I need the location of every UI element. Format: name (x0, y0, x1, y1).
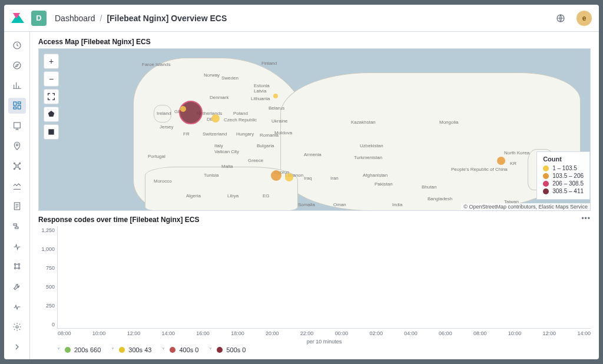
x-tick: 10:00 (508, 330, 522, 336)
nav-uptime-icon[interactable] (8, 239, 26, 254)
panel-options-icon[interactable]: ••• (581, 214, 591, 223)
svg-point-2 (14, 62, 21, 69)
map-background (39, 49, 590, 210)
x-tick: 08:00 (58, 330, 71, 336)
map-hotspot[interactable] (285, 173, 293, 181)
x-tick: 12:00 (543, 330, 556, 336)
nav-ml-icon[interactable] (8, 158, 26, 174)
map-legend-row[interactable]: 206 – 308.5 (543, 180, 584, 187)
user-avatar[interactable]: e (577, 11, 592, 26)
map-hotspot[interactable] (179, 101, 203, 124)
nav-discover-icon[interactable] (8, 58, 26, 73)
legend-dot-icon (217, 347, 223, 353)
nav-apm-icon[interactable] (8, 219, 26, 234)
map-hotspot[interactable] (180, 106, 186, 112)
legend-dot-icon (543, 181, 549, 187)
nav-metrics-icon[interactable] (8, 178, 26, 194)
legend-item-400s[interactable]: 400s 0 (162, 346, 198, 353)
legend-item-500s[interactable]: 500s 0 (209, 346, 246, 353)
nav-canvas-icon[interactable] (8, 118, 26, 134)
map-legend-title: Count (543, 155, 584, 163)
chart-plot[interactable]: 08:0010:0012:0014:0016:0018:0020:0022:00… (57, 226, 591, 329)
space-selector[interactable]: D (31, 11, 47, 26)
legend-label: 206 – 308.5 (552, 180, 584, 187)
x-tick: 16:00 (196, 330, 210, 336)
x-tick: 06:00 (439, 330, 452, 336)
svg-rect-4 (18, 102, 21, 104)
chart-x-axis: 08:0010:0012:0014:0016:0018:0020:0022:00… (58, 330, 591, 336)
x-tick: 18:00 (231, 330, 244, 336)
map-rectangle-tool[interactable] (44, 124, 59, 140)
svg-point-18 (18, 264, 20, 266)
map-attribution: © OpenStreetMap contributors, Elastic Ma… (461, 203, 590, 210)
legend-dot-icon (170, 347, 175, 353)
nav-siem-icon[interactable] (8, 259, 26, 274)
legend-label: 400s 0 (179, 346, 198, 353)
map-legend-row[interactable]: 308.5 – 411 (543, 188, 584, 194)
nav-logs-icon[interactable] (8, 198, 26, 214)
chart-panel-title: Response codes over time [Filebeat Nginx… (38, 216, 591, 224)
y-tick: 1,000 (41, 246, 55, 252)
nav-management-icon[interactable] (8, 319, 26, 335)
x-tick: 12:00 (127, 330, 141, 336)
svg-rect-3 (14, 102, 16, 105)
svg-rect-22 (48, 129, 54, 134)
x-tick: 14:00 (161, 330, 175, 336)
header: D Dashboard / [Filebeat Nginx] Overview … (4, 5, 599, 32)
chart-x-title: per 10 minutes (307, 339, 342, 345)
nav-recent-icon[interactable] (8, 38, 26, 53)
map-hotspot[interactable] (211, 114, 220, 123)
legend-item-300s[interactable]: 300s 43 (111, 346, 151, 353)
access-map[interactable]: Faroe IslandsFinlandNorwaySwedenEstoniaL… (38, 48, 591, 211)
svg-rect-16 (15, 227, 18, 229)
map-legend: Count 1 – 103.5103.5 – 206206 – 308.5308… (536, 151, 590, 200)
map-panel-title: Access Map [Filebeat Nginx] ECS (38, 38, 591, 46)
legend-dot-icon (543, 166, 549, 171)
svg-point-8 (16, 144, 18, 145)
nav-monitoring-icon[interactable] (8, 299, 26, 315)
newsfeed-icon[interactable] (553, 11, 568, 26)
breadcrumb-root[interactable]: Dashboard (55, 14, 95, 23)
nav-visualize-icon[interactable] (8, 78, 26, 93)
map-legend-row[interactable]: 103.5 – 206 (543, 173, 584, 179)
breadcrumb-current: [Filebeat Nginx] Overview ECS (107, 14, 227, 23)
map-hotspot[interactable] (497, 157, 505, 165)
map-controls: + − (44, 54, 59, 140)
chart-y-axis: 1,2501,0007505002500 (38, 226, 57, 338)
map-legend-row[interactable]: 1 – 103.5 (543, 165, 584, 171)
map-fit-button[interactable] (44, 89, 59, 104)
map-hotspot[interactable] (273, 94, 278, 98)
legend-dot-icon (119, 347, 125, 353)
legend-dot-icon (543, 173, 549, 179)
map-hotspot[interactable] (271, 170, 281, 181)
legend-label: 500s 0 (226, 346, 246, 353)
x-tick: 22:00 (300, 330, 314, 336)
map-zoom-in-button[interactable]: + (44, 54, 59, 69)
nav-devtools-icon[interactable] (8, 279, 26, 294)
chart-legend: 200s 660300s 43400s 0500s 0 (38, 346, 591, 353)
legend-label: 308.5 – 411 (552, 188, 584, 194)
legend-dot-icon (65, 347, 71, 353)
x-tick: 14:00 (577, 330, 591, 336)
legend-label: 300s 43 (128, 346, 151, 353)
svg-rect-7 (14, 123, 20, 128)
map-polygon-tool[interactable] (44, 107, 59, 122)
x-tick: 02:00 (369, 330, 383, 336)
x-tick: 10:00 (92, 330, 106, 336)
y-tick: 750 (46, 265, 55, 271)
legend-item-200s[interactable]: 200s 660 (57, 346, 101, 353)
legend-label: 1 – 103.5 (552, 165, 577, 171)
sidebar (4, 32, 30, 359)
svg-rect-5 (18, 105, 21, 109)
svg-point-19 (14, 267, 16, 269)
nav-dashboard-icon[interactable] (8, 98, 26, 113)
svg-point-20 (18, 267, 20, 269)
svg-point-21 (16, 326, 18, 328)
legend-dot-icon (543, 188, 549, 194)
sidebar-collapse-icon[interactable] (8, 339, 26, 355)
kibana-logo[interactable] (11, 12, 24, 25)
map-zoom-out-button[interactable]: − (44, 71, 59, 87)
y-tick: 0 (52, 322, 55, 327)
y-tick: 500 (46, 284, 55, 290)
nav-maps-icon[interactable] (8, 138, 26, 154)
